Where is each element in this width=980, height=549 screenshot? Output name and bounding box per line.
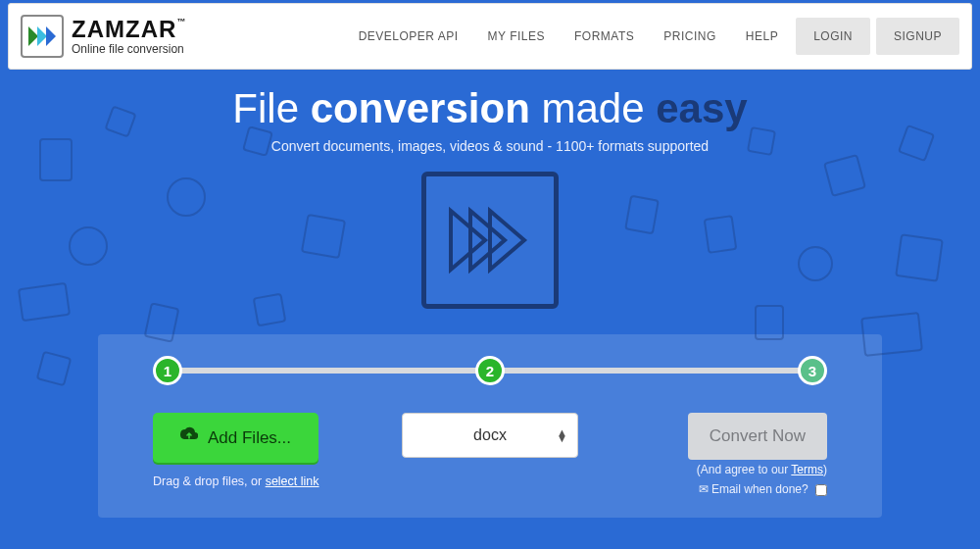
hero-subtitle: Convert documents, images, videos & soun…: [0, 138, 980, 154]
brand-tagline: Online file conversion: [72, 43, 186, 55]
logo-icon: [21, 15, 64, 58]
top-nav-bar: ZAMZAR™ Online file conversion DEVELOPER…: [8, 3, 972, 70]
upload-icon: [180, 426, 198, 449]
email-option: ✉ Email when done?: [697, 479, 827, 499]
convert-now-button[interactable]: Convert Now: [688, 413, 827, 460]
hero-section: File conversion made easy Convert docume…: [0, 70, 980, 518]
logo[interactable]: ZAMZAR™ Online file conversion: [21, 15, 186, 58]
nav-developer-api[interactable]: DEVELOPER API: [347, 20, 470, 53]
signup-button[interactable]: SIGNUP: [876, 18, 959, 55]
add-files-label: Add Files...: [208, 428, 291, 448]
login-button[interactable]: LOGIN: [796, 18, 870, 55]
brand-name: ZAMZAR™: [72, 18, 186, 41]
nav-my-files[interactable]: MY FILES: [476, 20, 557, 53]
select-link[interactable]: select link: [266, 474, 319, 488]
mail-icon: ✉: [699, 482, 709, 496]
hero-illustration: [421, 172, 559, 309]
nav-help[interactable]: HELP: [734, 20, 790, 53]
step-2: 2: [475, 356, 505, 385]
drag-drop-hint: Drag & drop files, or select link: [153, 474, 319, 488]
nav-pricing[interactable]: PRICING: [652, 20, 728, 53]
hero-title: File conversion made easy: [0, 85, 980, 132]
format-select[interactable]: docx ▲▼: [402, 413, 578, 458]
converter-panel: 1 2 3 Add Files... Drag & drop files, or…: [98, 334, 882, 518]
chevron-updown-icon: ▲▼: [557, 429, 567, 441]
nav-formats[interactable]: FORMATS: [563, 20, 646, 53]
step-3: 3: [798, 356, 827, 385]
add-files-button[interactable]: Add Files...: [153, 413, 318, 463]
terms-note: (And agree to our Terms): [697, 460, 827, 479]
step-1: 1: [153, 356, 182, 385]
terms-link[interactable]: Terms: [791, 463, 823, 476]
format-value: docx: [473, 426, 507, 444]
email-when-done-checkbox[interactable]: [815, 484, 827, 496]
step-indicator: 1 2 3: [153, 356, 827, 385]
